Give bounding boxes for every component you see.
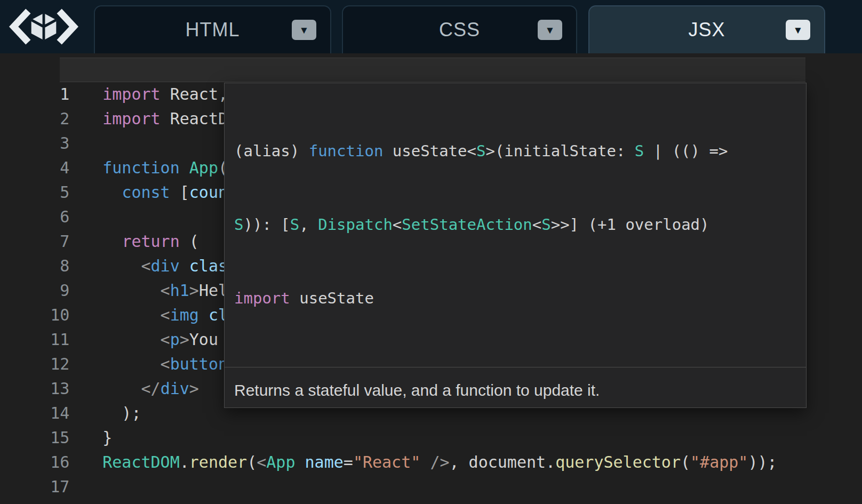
line-number: 6 [38,205,69,229]
code-text[interactable]: return ( [69,232,199,251]
line-number: 9 [38,278,69,303]
code-text[interactable] [69,477,102,496]
code-text[interactable]: const [count, [69,183,247,202]
line-number: 3 [38,131,69,156]
code-text[interactable] [69,207,102,226]
html-language-dropdown-button[interactable]: ▼ [292,20,316,40]
signature-line: (alias) function useState<S>(initialStat… [234,139,796,163]
code-cube-logo-icon [7,4,80,49]
signature-line: import useState [234,286,796,310]
css-language-dropdown-button[interactable]: ▼ [538,20,562,40]
topbar: HTML ▼ CSS ▼ JSX ▼ [0,0,862,53]
code-line[interactable]: 1import React, { useState } from "react"… [0,58,862,82]
tab-css-label: CSS [439,19,480,41]
tab-jsx-label: JSX [688,19,725,41]
hover-summary: Returns a stateful value, and a function… [234,380,796,401]
line-number: 5 [38,180,69,205]
intellisense-hover-tooltip: (alias) function useState<S>(initialStat… [224,83,807,408]
line-number: 1 [38,82,69,107]
line-number: 17 [38,475,69,499]
app-logo[interactable] [7,4,80,49]
tooltip-divider [225,367,806,367]
jsx-language-dropdown-button[interactable]: ▼ [786,20,810,40]
line-number: 2 [38,107,69,131]
line-number: 14 [38,401,69,426]
tab-html[interactable]: HTML ▼ [94,5,331,53]
code-text[interactable]: import ReactDOM [69,109,247,128]
tab-css[interactable]: CSS ▼ [342,5,577,53]
chevron-down-icon: ▼ [793,25,803,35]
line-number: 12 [38,352,69,377]
line-number: 7 [38,229,69,254]
code-text[interactable] [69,134,102,153]
line-number: 13 [38,377,69,401]
tab-jsx[interactable]: JSX ▼ [588,5,825,53]
line-number: 11 [38,327,69,352]
hover-signature: (alias) function useState<S>(initialStat… [225,83,806,364]
code-line[interactable]: 16ReactDOM.render(<App name="React" />, … [0,426,862,450]
code-text[interactable]: ReactDOM.render(<App name="React" />, do… [69,453,777,471]
code-text[interactable]: ); [69,404,141,422]
line-number: 4 [38,156,69,180]
line-number: 15 [38,426,69,450]
chevron-down-icon: ▼ [299,25,309,35]
chevron-down-icon: ▼ [545,25,555,35]
tab-html-label: HTML [186,19,240,41]
line-number: 16 [38,450,69,475]
code-text[interactable]: </div> [69,379,199,398]
hover-docs: Returns a stateful value, and a function… [225,380,806,408]
line-number: 10 [38,303,69,327]
line-number: 8 [38,254,69,278]
signature-line: S)): [S, Dispatch<SetStateAction<S>>] (+… [234,212,796,237]
code-text[interactable]: } [69,428,112,447]
